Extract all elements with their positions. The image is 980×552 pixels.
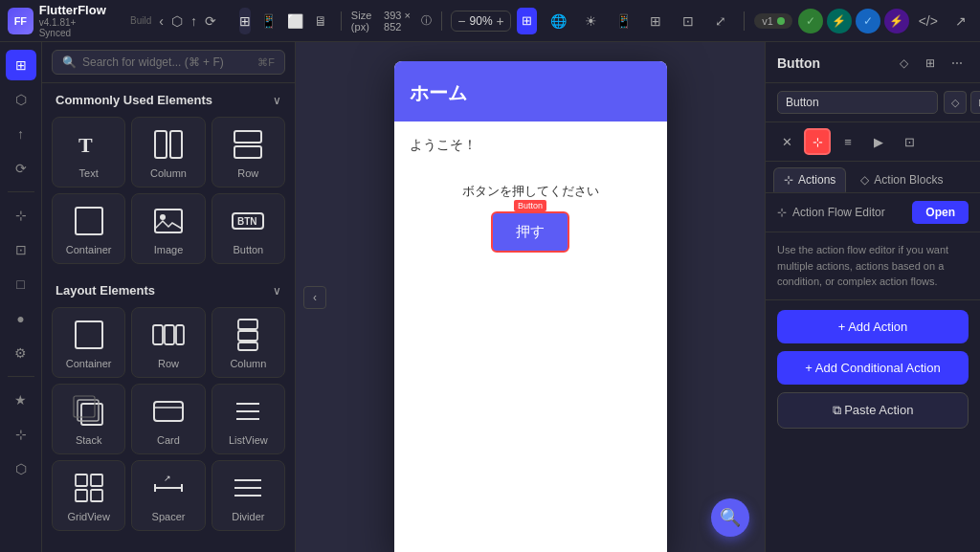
sidebar-build-icon[interactable]: ⊞ — [6, 50, 36, 80]
add-conditional-action-button[interactable]: + Add Conditional Action — [777, 351, 969, 385]
widget-icon-btn-2[interactable]: ⊞ — [970, 91, 980, 114]
widget-name-input[interactable] — [777, 91, 938, 114]
widget-button[interactable]: ⬡ — [171, 8, 183, 34]
rp-diamond-icon[interactable]: ◇ — [892, 52, 915, 75]
globe-button[interactable]: 🌐 — [545, 8, 571, 34]
mobile-button[interactable]: 📱 — [610, 8, 636, 34]
widget-text[interactable]: T Text — [52, 117, 125, 188]
icon-tab-layout[interactable]: ≡ — [835, 128, 861, 155]
back-button[interactable]: ‹ — [159, 8, 164, 34]
status-check-4[interactable]: ⚡ — [884, 9, 909, 33]
widget-row-label: Row — [237, 167, 258, 179]
button-icon: BTN — [229, 202, 267, 240]
tablet-btn[interactable]: ⬜ — [284, 8, 304, 34]
commonly-used-title: Commonly Used Elements — [56, 93, 212, 107]
commonly-used-header[interactable]: Commonly Used Elements ∨ — [42, 83, 295, 113]
layout-button[interactable]: ⊞ — [642, 8, 669, 34]
more-button[interactable]: ⊡ — [675, 8, 702, 34]
sidebar-connect-icon[interactable]: ⊹ — [6, 200, 36, 231]
settings-icon-button[interactable]: ⟳ — [205, 8, 216, 34]
icon-tab-properties[interactable]: ✕ — [773, 128, 800, 155]
sidebar-extra-3[interactable]: ⬡ — [6, 453, 36, 484]
icon-tab-play[interactable]: ▶ — [865, 128, 892, 155]
svg-rect-14 — [238, 320, 257, 329]
sidebar-logic-icon[interactable]: ⚙ — [6, 338, 36, 368]
search-wrapper: 🔍 ⌘F — [52, 50, 285, 75]
svg-rect-28 — [91, 490, 102, 501]
version-badge[interactable]: v1 — [754, 13, 792, 29]
sidebar-extra-2[interactable]: ⊹ — [6, 419, 36, 450]
stack-label: Stack — [76, 434, 102, 446]
desktop-btn[interactable]: 🖥 — [311, 8, 331, 34]
rp-adjust-icon[interactable]: ⊞ — [919, 52, 942, 75]
phone-btn[interactable]: 📱 — [258, 8, 278, 34]
share-button[interactable]: ↗ — [947, 8, 974, 34]
expand-button[interactable]: ⤢ — [707, 8, 734, 34]
build-label: Build — [130, 13, 151, 28]
svg-text:BTN: BTN — [237, 216, 257, 227]
layout-stack[interactable]: Stack — [52, 384, 125, 454]
icon-tab-widget[interactable]: ⊡ — [896, 128, 923, 155]
sidebar-share-icon[interactable]: ⟳ — [6, 153, 36, 184]
main-layout: ⊞ ⬡ ↑ ⟳ ⊹ ⊡ □ ● ⚙ ★ ⊹ ⬡ 🔍 ⌘F Commonly Us… — [0, 42, 980, 552]
widget-row[interactable]: Row — [212, 117, 285, 188]
actions-tab-label: Actions — [798, 173, 835, 187]
status-check-3[interactable]: ✓ — [856, 9, 880, 33]
divider-icon — [229, 469, 267, 507]
layout-divider[interactable]: Divider — [212, 460, 285, 531]
zoom-out-button[interactable]: − — [457, 13, 465, 29]
sidebar-upload-icon[interactable]: ↑ — [6, 119, 36, 149]
code-button[interactable]: </> — [915, 8, 942, 34]
topbar-center: 📱 ⬜ 🖥 Size (px) 393 × 852 ⓘ − 90% + ⊞ — [258, 8, 537, 34]
phone-prompt: ボタンを押してください — [410, 183, 652, 200]
snap-button[interactable]: ⊞ — [517, 8, 537, 34]
zoom-in-button[interactable]: + — [497, 13, 504, 29]
svg-rect-12 — [165, 325, 174, 344]
layout-elements-title: Layout Elements — [56, 283, 155, 298]
layout-gridview[interactable]: GridView — [52, 460, 125, 531]
layout-container-label: Container — [66, 358, 112, 369]
svg-rect-26 — [91, 475, 102, 486]
search-input[interactable] — [82, 55, 252, 69]
widget-button[interactable]: BTN Button — [212, 193, 285, 264]
logo-icon: FF — [8, 8, 33, 34]
tab-actions[interactable]: ⊹ Actions — [773, 167, 846, 192]
theme-button[interactable]: ☀ — [577, 8, 604, 34]
active-tool-button[interactable]: ⊞ — [239, 8, 251, 34]
widget-column[interactable]: Column — [131, 117, 205, 188]
layout-container[interactable]: Container — [52, 307, 125, 378]
widget-container[interactable]: Container — [52, 193, 125, 264]
sidebar-pages-icon[interactable]: ⊡ — [6, 234, 36, 265]
right-sep — [744, 11, 745, 31]
add-action-button[interactable]: + Add Action — [777, 310, 969, 343]
svg-rect-1 — [155, 131, 167, 158]
sidebar-extra-1[interactable]: ★ — [6, 385, 36, 415]
rp-more-icon[interactable]: ⋯ — [946, 52, 969, 75]
svg-text:↗: ↗ — [164, 474, 171, 483]
layout-row-icon — [149, 316, 188, 354]
layout-elements-header[interactable]: Layout Elements ∨ — [42, 274, 295, 303]
canvas-collapse-left[interactable]: ‹ — [303, 286, 326, 309]
open-button[interactable]: Open — [912, 201, 969, 224]
phone-action-button[interactable]: Button 押す — [491, 211, 569, 253]
widget-icon-btn-1[interactable]: ◇ — [944, 91, 967, 114]
upload-button[interactable]: ↑ — [190, 8, 197, 34]
layout-card[interactable]: Card — [131, 384, 205, 454]
status-check-2[interactable]: ⚡ — [827, 9, 852, 33]
app-logo: FF FlutterFlow v4.1.81+ Synced — [8, 3, 107, 38]
layout-listview[interactable]: ListView — [212, 384, 285, 454]
tab-action-blocks[interactable]: ◇ Action Blocks — [850, 167, 953, 192]
layout-spacer[interactable]: ↗ Spacer — [131, 460, 205, 531]
sidebar-media-icon[interactable]: □ — [6, 269, 36, 299]
layout-row[interactable]: Row — [131, 307, 205, 378]
widget-image[interactable]: Image — [131, 193, 205, 264]
search-bar: 🔍 ⌘F — [42, 42, 295, 83]
paste-action-button[interactable]: ⧉ Paste Action — [777, 392, 969, 429]
icon-tab-actions[interactable]: ⊹ — [804, 128, 831, 155]
sidebar-theme-icon[interactable]: ● — [6, 303, 36, 334]
sidebar-widget-icon[interactable]: ⬡ — [6, 84, 36, 115]
search-fab[interactable]: 🔍 — [711, 498, 749, 537]
svg-rect-16 — [238, 342, 257, 350]
layout-column[interactable]: Column — [212, 307, 285, 378]
status-check-1[interactable]: ✓ — [798, 9, 823, 33]
